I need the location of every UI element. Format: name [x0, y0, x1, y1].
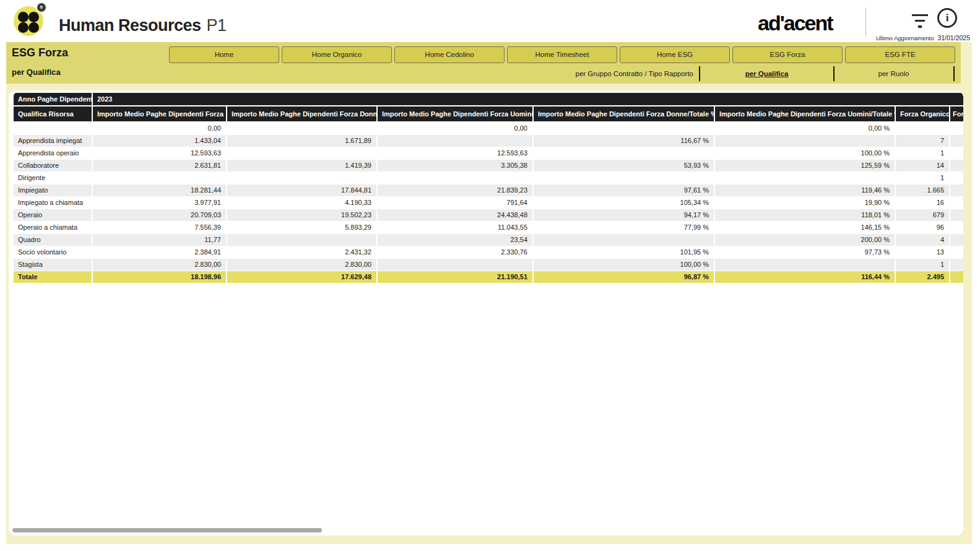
cell: 0,00 % [715, 123, 895, 134]
nav-button-esg-forza[interactable]: ESG Forza [732, 46, 843, 63]
column-header: Importo Medio Paghe Dipendenti Forza Uom… [378, 106, 532, 121]
cell-partial [950, 197, 963, 209]
cell: 119,46 % [715, 184, 895, 196]
report-title: ESG Forza [12, 46, 68, 59]
cell: 1.665 [896, 184, 949, 196]
cell: 96,87 % [534, 271, 714, 283]
cell: 96 [896, 222, 949, 233]
tab-per-ruolo[interactable]: per Ruolo [835, 66, 953, 81]
cell: 2.384,91 [93, 246, 226, 258]
cell: 2.830,00 [93, 259, 226, 271]
cell: 5.893,29 [227, 222, 376, 233]
cell: 19.502,23 [227, 209, 376, 221]
cell: 97,61 % [534, 184, 714, 196]
logo-dot-icon [28, 12, 39, 22]
cell-partial [950, 160, 963, 171]
cell: 14 [896, 160, 949, 171]
cell: 21.190,51 [378, 271, 532, 283]
top-header: fr Human ResourcesP1 ad'acent i Ultimo A… [0, 0, 980, 42]
cell [378, 135, 532, 147]
row-label: Collaboratore [14, 160, 92, 171]
cell: 116,44 % [715, 271, 895, 283]
page-title: Human ResourcesP1 [59, 16, 227, 35]
table-total-row: Totale 18.198,96 17.629,48 21.190,51 96,… [14, 271, 963, 283]
table-row: Operaio 20.709,03 19.502,23 24.438,48 94… [14, 209, 963, 221]
cell: 77,99 % [534, 222, 714, 233]
cell-partial [950, 246, 963, 258]
cell: 2.631,81 [93, 160, 226, 171]
column-header: Importo Medio Paghe Dipendenti Forza Don… [227, 106, 376, 121]
cell: 679 [896, 209, 949, 221]
cell: 200,00 % [715, 234, 895, 246]
matrix-visual-card: Anno Paghe Dipendenti 2023 Qualifica Ris… [9, 90, 963, 536]
cell: 17.844,81 [227, 184, 376, 196]
cell: 791,64 [378, 197, 532, 209]
row-label: Apprendista operaio [14, 147, 92, 159]
cell: 3.977,91 [93, 197, 226, 209]
tab-per-gruppo-contratto[interactable]: per Gruppo Contratto / Tipo Rapporto [489, 66, 693, 81]
cell: 1.433,04 [93, 135, 226, 147]
cell: 53,93 % [534, 160, 714, 171]
table-row: Operaio a chiamata 7.556,39 5.893,29 11.… [14, 222, 963, 233]
row-label: Apprendista impiegat [14, 135, 92, 147]
logo-dot-icon [18, 12, 28, 22]
horizontal-scrollbar-thumb[interactable] [12, 528, 322, 532]
cell: 18.198,96 [93, 271, 226, 283]
cell: 100,00 % [715, 147, 895, 159]
cell: 7.556,39 [93, 222, 226, 233]
table-row: Quadro 11,77 23,54 200,00 % 4 [14, 234, 963, 246]
header-divider [865, 7, 866, 37]
cell [227, 123, 376, 134]
row-label: Operaio [14, 209, 92, 221]
app-logo: fr [14, 2, 48, 39]
tab-per-qualifica[interactable]: per Qualifica [701, 66, 833, 81]
info-icon[interactable]: i [937, 8, 957, 28]
row-label: Socio volontario [14, 246, 92, 258]
cell: 0,00 [378, 123, 532, 134]
tab-divider [699, 66, 700, 81]
logo-dot-icon [28, 22, 39, 33]
page-title-main: Human Resources [59, 16, 201, 35]
table-row: Impiegato 18.281,44 17.844,81 21.839,23 … [14, 184, 963, 196]
cell [378, 172, 532, 184]
cell [534, 234, 714, 246]
cell [534, 123, 714, 134]
cell: 0,00 [93, 123, 226, 134]
banner: ESG Forza per Qualifica Home Home Organi… [6, 42, 961, 84]
nav-button-home-timesheet[interactable]: Home Timesheet [507, 46, 617, 63]
cell: 2.495 [896, 271, 949, 283]
nav-button-esg-fte[interactable]: ESG FTE [845, 46, 955, 63]
cell [227, 147, 376, 159]
cell: 24.438,48 [378, 209, 532, 221]
cell: 2.431,32 [227, 246, 376, 258]
cell: 116,67 % [534, 135, 714, 147]
cell: 4 [896, 234, 949, 246]
cell: 1 [896, 259, 949, 271]
cell: 1.419,39 [227, 160, 376, 171]
column-header: Qualifica Risorsa [14, 106, 92, 121]
column-header: Importo Medio Paghe Dipendenti Forza Uom… [715, 106, 895, 121]
cell: 3.305,38 [378, 160, 532, 171]
filter-icon[interactable] [911, 14, 929, 29]
table-row: Socio volontario 2.384,91 2.431,32 2.330… [14, 246, 963, 258]
nav-button-home-esg[interactable]: Home ESG [620, 46, 730, 63]
cell-partial [950, 172, 963, 184]
nav-button-home-cedolino[interactable]: Home Cedolino [394, 46, 505, 63]
cell [715, 259, 895, 271]
year-header-value: 2023 [93, 93, 963, 105]
nav-button-home[interactable]: Home [169, 46, 279, 63]
cell-partial [950, 123, 963, 134]
table-row: Collaboratore 2.631,81 1.419,39 3.305,38… [14, 160, 963, 171]
cell: 125,59 % [715, 160, 895, 171]
nav-button-home-organico[interactable]: Home Organico [282, 46, 392, 63]
cell [93, 172, 226, 184]
report-subtitle: per Qualifica [12, 67, 61, 77]
cell: 12.593,63 [93, 147, 226, 159]
cell: 13 [896, 246, 949, 258]
cell-partial [950, 184, 963, 196]
row-label [14, 123, 92, 134]
row-label: Stagista [14, 259, 92, 271]
row-label: Impiegato [14, 184, 92, 196]
cell [378, 259, 532, 271]
column-header-partial: For [950, 106, 963, 121]
